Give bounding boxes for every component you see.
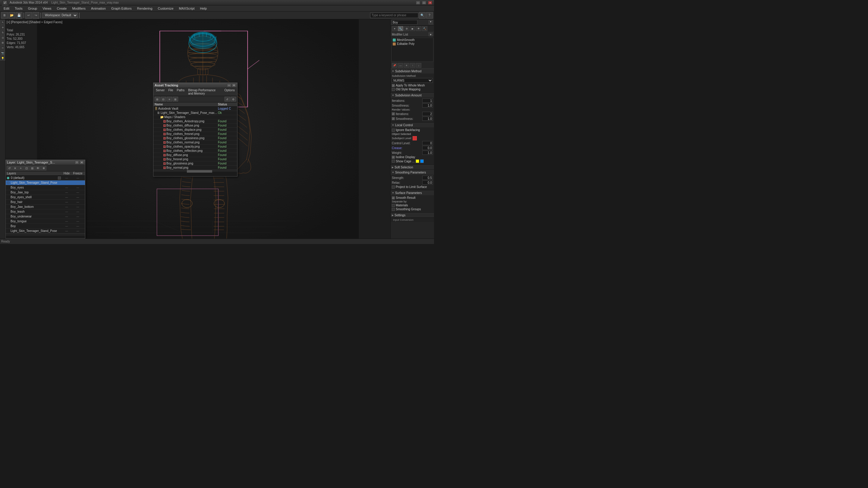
modifier-meshsmooth[interactable]: MeshSmooth xyxy=(392,38,433,42)
scale-btn[interactable]: ⊡ xyxy=(0,35,5,40)
isoline-cb[interactable] xyxy=(392,156,395,159)
asset-tracking-titlebar[interactable]: Asset Tracking ─ ✕ xyxy=(153,83,237,88)
at-row-fresnel[interactable]: 🖼 Boy_clothes_fresnel.png Found xyxy=(153,132,237,136)
ignore-backfacing-cb[interactable] xyxy=(392,129,395,132)
sub-method-select[interactable]: NURMS xyxy=(392,78,433,83)
at-row-boy-fresnel[interactable]: 🖼 Boy_fresnel.png Found xyxy=(153,157,237,161)
cage-color-swatch2[interactable] xyxy=(420,159,424,163)
display-panel-tab[interactable]: 👁 xyxy=(416,26,421,31)
rollout-header-subdivision-method[interactable]: ▼ Subdivision Method xyxy=(391,69,434,73)
menu-item-maxscript[interactable]: MAXScript xyxy=(177,6,197,11)
menu-item-tools[interactable]: Tools xyxy=(12,6,25,11)
mod-pin-btn[interactable]: 📌 xyxy=(392,63,397,68)
menu-item-animation[interactable]: Animation xyxy=(89,6,108,11)
undo-btn[interactable]: ↩ xyxy=(25,12,32,19)
smoothing-groups-cb[interactable] xyxy=(392,208,395,211)
maximize-button[interactable]: □ xyxy=(422,1,426,4)
menu-item-create[interactable]: Create xyxy=(54,6,69,11)
crease-input[interactable] xyxy=(422,146,433,150)
search-btn[interactable]: 🔍 xyxy=(419,12,426,19)
new-btn[interactable]: 🗎 xyxy=(1,12,8,19)
at-menu-file[interactable]: File xyxy=(166,88,175,96)
at-minimize-btn[interactable]: ─ xyxy=(227,84,231,87)
at-btn1[interactable]: ⊞ xyxy=(155,97,160,101)
at-btn3[interactable]: ≡ xyxy=(167,97,172,101)
at-row-reflection[interactable]: 🖼 Boy_clothes_reflection.png Found xyxy=(153,149,237,153)
strength-input[interactable] xyxy=(422,175,433,180)
menu-item-views[interactable]: Views xyxy=(40,6,54,11)
layers-scrollbar[interactable] xyxy=(6,233,85,236)
layer-row-hair[interactable]: Boy_hair — — xyxy=(6,200,85,204)
at-row-diffuse[interactable]: 🖼 Boy_clothes_diffuse.png Found xyxy=(153,124,237,128)
at-btn2[interactable]: ⊟ xyxy=(161,97,166,101)
help-btn[interactable]: ? xyxy=(426,12,433,19)
at-row-glossiness[interactable]: 🖼 Boy_clothes_glossiness.png Found xyxy=(153,136,237,140)
layers-panel-win-controls[interactable]: ? ✕ xyxy=(75,161,84,164)
layer-row-lsp[interactable]: Light_Skin_Teenager_Stand_Pose — — xyxy=(6,229,85,233)
rollout-header-settings[interactable]: ▶ Settings xyxy=(391,213,434,218)
menu-item-help[interactable]: Help xyxy=(198,6,210,11)
viewport[interactable]: [+] [Perspective] [Shaded + Edged Faces]… xyxy=(5,19,390,238)
at-refresh-btn[interactable]: ↺ xyxy=(224,97,230,101)
mod-up-btn[interactable]: ↑ xyxy=(410,63,415,68)
lp-btn-add[interactable]: + xyxy=(18,166,24,170)
at-row-max-file[interactable]: 🗎 Light_Skin_Teenager_Stand_Pose_max_vra… xyxy=(153,111,237,115)
layer-row-jaw-top[interactable]: Boy_Jaw_top — — xyxy=(6,190,85,195)
redo-btn[interactable]: ↪ xyxy=(33,12,39,19)
layer-row-default[interactable]: 0 (default) — — xyxy=(6,175,85,181)
motion-panel-tab[interactable]: ▶ xyxy=(410,26,415,31)
render-smooth-input[interactable] xyxy=(422,117,433,121)
rollout-header-local-control[interactable]: ▼ Local Control xyxy=(391,123,434,127)
at-menu-bitmap[interactable]: Bitmap Performance and Memory xyxy=(186,88,222,96)
rollout-header-soft-sel[interactable]: ▶ Soft Selection xyxy=(391,165,434,170)
cage-color-swatch1[interactable] xyxy=(415,159,419,163)
at-row-anisotropy[interactable]: 🖼 Boy_clothes_Anisotropy.png Found xyxy=(153,119,237,124)
layer-row-boy[interactable]: Boy — — xyxy=(6,224,85,229)
asset-tracking-scrollbar[interactable] xyxy=(153,170,237,172)
at-menu-paths[interactable]: Paths xyxy=(175,88,187,96)
asset-tracking-window-controls[interactable]: ─ ✕ xyxy=(227,84,236,87)
modifier-list-dropdown[interactable]: ▼ xyxy=(429,20,433,24)
iterations-input[interactable] xyxy=(422,98,433,103)
at-row-opacity[interactable]: 🖼 Boy_clothes_opacity.png Found xyxy=(153,144,237,149)
open-btn[interactable]: 📂 xyxy=(8,12,15,19)
menu-item-graph-editors[interactable]: Graph Editors xyxy=(109,6,134,11)
at-row-boy-glossiness[interactable]: 🖼 Boy_glossiness.png Found xyxy=(153,161,237,166)
at-close-btn[interactable]: ✕ xyxy=(232,84,236,87)
at-row-maps-folder[interactable]: 📁 Maps / Shaders xyxy=(153,115,237,119)
save-btn[interactable]: 💾 xyxy=(16,12,22,19)
old-style-mapping-cb[interactable] xyxy=(392,88,395,91)
layer-row-jaw-bottom[interactable]: Boy_Jaw_bottom — — xyxy=(6,204,85,209)
unlink-btn[interactable]: ✂ xyxy=(0,45,5,50)
rollout-header-smooth-params[interactable]: ▼ Smoothing Parameters xyxy=(391,170,434,175)
relax-input[interactable] xyxy=(422,181,433,185)
modifier-editable-poly[interactable]: Editable Poly xyxy=(392,42,433,46)
lp-question-btn[interactable]: ? xyxy=(75,161,79,164)
control-level-input[interactable] xyxy=(422,141,433,145)
mod-show-btn[interactable]: — xyxy=(398,63,403,68)
lp-btn-refresh[interactable]: ↺ xyxy=(7,166,12,170)
hierarchy-panel-tab[interactable]: ⚙ xyxy=(404,26,409,31)
rollout-header-surface-params[interactable]: ▼ Surface Parameters xyxy=(391,190,434,195)
utilities-panel-tab[interactable]: 🔨 xyxy=(422,26,427,31)
at-row-normal[interactable]: 🖼 Boy_clothes_normal.png Found xyxy=(153,140,237,144)
layer-row-main[interactable]: Light_Skin_Teenager_Stand_Pose — — xyxy=(6,181,85,185)
modifier-list-dropdown-btn[interactable]: ▼ xyxy=(429,33,433,36)
workspace-dropdown[interactable]: Workspace: Default xyxy=(42,13,78,18)
move-btn[interactable]: ✛ xyxy=(0,25,5,30)
lp-btn-select[interactable]: ⊡ xyxy=(24,166,29,170)
modify-panel-tab[interactable]: 🔧 xyxy=(398,26,403,31)
apply-whole-mesh-cb[interactable] xyxy=(392,84,395,87)
at-btn4[interactable]: ⊠ xyxy=(173,97,178,101)
menu-item-group[interactable]: Group xyxy=(26,6,40,11)
at-row-boy-normal[interactable]: 🖼 Boy_normal.png Found xyxy=(153,166,237,170)
smoothness-input[interactable] xyxy=(422,103,433,107)
smooth-result-cb[interactable] xyxy=(392,196,395,199)
link-btn[interactable]: ⛓ xyxy=(0,40,5,45)
menu-item-modifiers[interactable]: Modifiers xyxy=(70,6,88,11)
search-input[interactable] xyxy=(370,13,418,18)
rotate-btn[interactable]: ↻ xyxy=(0,30,5,35)
project-limit-cb[interactable] xyxy=(392,186,395,189)
window-controls[interactable]: − □ ✕ xyxy=(416,1,432,4)
camera-btn[interactable]: 📷 xyxy=(0,51,5,56)
